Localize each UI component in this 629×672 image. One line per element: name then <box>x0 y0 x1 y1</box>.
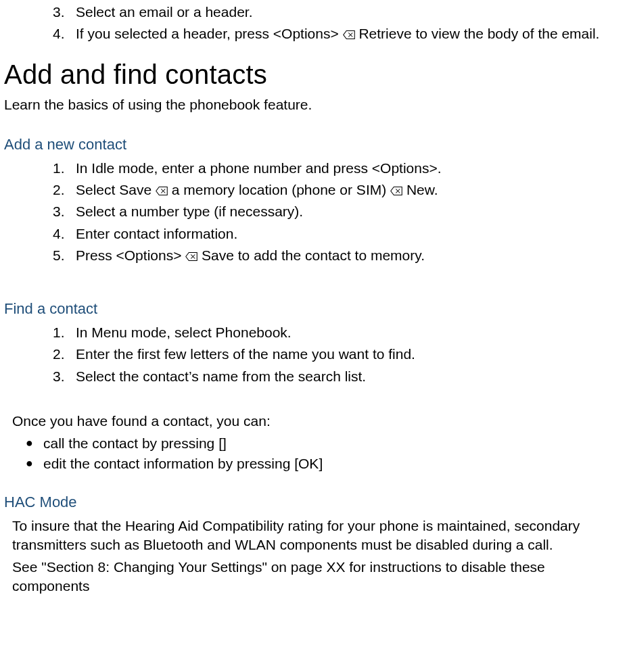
list-item-text: If you selected a header, press <Options… <box>76 24 617 43</box>
found-contact-actions: call the contact by pressing []edit the … <box>12 434 617 474</box>
list-item: 4.Enter contact information. <box>53 224 617 243</box>
list-item: 3.Select a number type (if necessary). <box>53 202 617 221</box>
list-item: 2.Enter the first few letters of the nam… <box>53 345 617 364</box>
list-item-number: 3. <box>53 3 72 22</box>
list-item-text: Enter contact information. <box>76 224 617 243</box>
hac-paragraph-1: To insure that the Hearing Aid Compatibi… <box>12 517 617 555</box>
list-item-number: 3. <box>53 367 72 386</box>
list-item: 3.Select an email or a header. <box>53 3 617 22</box>
bullet-item: edit the contact information by pressing… <box>26 454 617 473</box>
list-item-text: In Idle mode, enter a phone number and p… <box>76 159 617 178</box>
list-item: 1.In Menu mode, select Phonebook. <box>53 323 617 342</box>
list-item: 5.Press <Options> Save to add the contac… <box>53 246 617 265</box>
add-contact-steps: 1.In Idle mode, enter a phone number and… <box>12 159 617 266</box>
list-item-number: 4. <box>53 24 72 43</box>
find-contact-steps: 1.In Menu mode, select Phonebook.2.Enter… <box>12 323 617 386</box>
lead-paragraph: Learn the basics of using the phonebook … <box>4 95 617 114</box>
list-item-number: 5. <box>53 246 72 265</box>
backspace-icon <box>390 186 402 196</box>
bullet-item: call the contact by pressing [] <box>26 434 617 453</box>
list-item: 2.Select Save a memory location (phone o… <box>53 181 617 199</box>
list-item-text: Select a number type (if necessary). <box>76 202 617 221</box>
document-page: 3.Select an email or a header.4.If you s… <box>0 3 629 619</box>
list-item-text: Enter the first few letters of the name … <box>76 345 617 364</box>
subheading-hac-mode: HAC Mode <box>4 492 617 512</box>
continued-ordered-list: 3.Select an email or a header.4.If you s… <box>12 3 617 44</box>
hac-paragraph-2: See "Section 8: Changing Your Settings" … <box>12 558 617 596</box>
list-item: 3.Select the contact’s name from the sea… <box>53 367 617 386</box>
list-item-number: 1. <box>53 159 72 178</box>
list-item-number: 4. <box>53 224 72 243</box>
backspace-icon <box>185 251 197 262</box>
list-item-number: 2. <box>53 345 72 364</box>
list-item-text: Select an email or a header. <box>76 3 617 22</box>
backspace-icon <box>156 186 168 196</box>
found-contact-intro: Once you have found a contact, you can: <box>12 412 617 431</box>
list-item-text: Press <Options> Save to add the contact … <box>76 246 617 265</box>
list-item-number: 1. <box>53 323 72 342</box>
list-item-text: In Menu mode, select Phonebook. <box>76 323 617 342</box>
list-item-text: Select Save a memory location (phone or … <box>76 181 617 199</box>
list-item-text: Select the contact’s name from the searc… <box>76 367 617 386</box>
list-item-number: 3. <box>53 202 72 221</box>
list-item: 4.If you selected a header, press <Optio… <box>53 24 617 43</box>
subheading-find-contact: Find a contact <box>4 299 617 319</box>
list-item: 1.In Idle mode, enter a phone number and… <box>53 159 617 178</box>
heading-add-find-contacts: Add and find contacts <box>4 56 617 93</box>
backspace-icon <box>343 30 355 40</box>
list-item-number: 2. <box>53 181 72 199</box>
subheading-add-new-contact: Add a new contact <box>4 135 617 155</box>
